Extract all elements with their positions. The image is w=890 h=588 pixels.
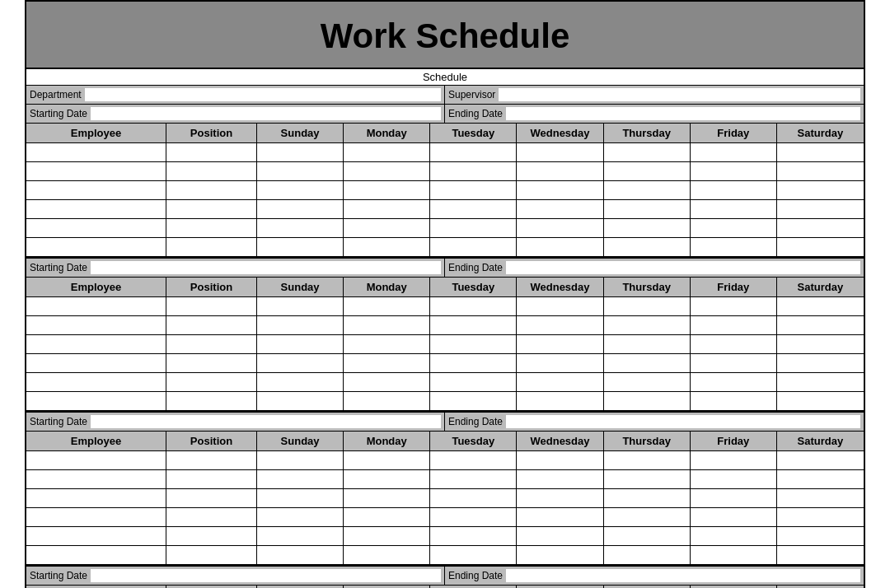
s1-col-employee: Employee bbox=[26, 124, 166, 142]
s2-col-thursday: Thursday bbox=[604, 278, 691, 296]
table-row bbox=[26, 200, 864, 219]
table-row bbox=[26, 451, 864, 470]
section-3: Starting Date Ending Date Employee Posit… bbox=[26, 413, 864, 567]
s1-col-thursday: Thursday bbox=[604, 124, 691, 142]
table-row bbox=[26, 297, 864, 316]
table-row bbox=[26, 508, 864, 527]
section2-starting: Starting Date bbox=[26, 259, 445, 277]
s3-col-thursday: Thursday bbox=[604, 432, 691, 450]
section4-starting-value[interactable] bbox=[91, 569, 441, 582]
table-row bbox=[26, 527, 864, 546]
section-2: Starting Date Ending Date Employee Posit… bbox=[26, 259, 864, 413]
dept-supervisor-row: Department Supervisor bbox=[26, 86, 864, 105]
s1-col-tuesday: Tuesday bbox=[430, 124, 517, 142]
table-row bbox=[26, 373, 864, 392]
section1-ending-value[interactable] bbox=[506, 107, 860, 120]
s2-col-sunday: Sunday bbox=[257, 278, 344, 296]
section1-starting: Starting Date bbox=[26, 105, 445, 123]
table-row bbox=[26, 392, 864, 411]
table-row bbox=[26, 162, 864, 181]
department-value[interactable] bbox=[85, 88, 441, 101]
section4-starting: Starting Date bbox=[26, 567, 445, 585]
s1-col-position: Position bbox=[166, 124, 257, 142]
s3-col-monday: Monday bbox=[344, 432, 430, 450]
department-cell: Department bbox=[26, 86, 445, 104]
supervisor-value[interactable] bbox=[499, 88, 860, 101]
s2-col-tuesday: Tuesday bbox=[430, 278, 517, 296]
s3-col-wednesday: Wednesday bbox=[517, 432, 603, 450]
schedule-label: Schedule bbox=[26, 69, 864, 86]
s2-col-employee: Employee bbox=[26, 278, 166, 296]
section4-ending-value[interactable] bbox=[506, 569, 860, 582]
section2-starting-value[interactable] bbox=[91, 261, 441, 274]
section1-ending: Ending Date bbox=[445, 105, 864, 123]
s3-col-tuesday: Tuesday bbox=[430, 432, 517, 450]
section1-header: Employee Position Sunday Monday Tuesday … bbox=[26, 124, 864, 143]
table-row bbox=[26, 546, 864, 565]
section1-starting-value[interactable] bbox=[91, 107, 441, 120]
s3-col-employee: Employee bbox=[26, 432, 166, 450]
s2-col-saturday: Saturday bbox=[777, 278, 864, 296]
section-4: Starting Date Ending Date Employee Posit… bbox=[26, 567, 864, 588]
section3-ending-value[interactable] bbox=[506, 415, 860, 428]
s1-col-saturday: Saturday bbox=[777, 124, 864, 142]
table-row bbox=[26, 238, 864, 257]
s3-col-sunday: Sunday bbox=[257, 432, 344, 450]
s2-col-wednesday: Wednesday bbox=[517, 278, 603, 296]
table-row bbox=[26, 219, 864, 238]
section3-header: Employee Position Sunday Monday Tuesday … bbox=[26, 432, 864, 451]
schedule-title: Work Schedule bbox=[26, 2, 864, 69]
section3-starting-value[interactable] bbox=[91, 415, 441, 428]
table-row bbox=[26, 335, 864, 354]
s2-col-position: Position bbox=[166, 278, 257, 296]
table-row bbox=[26, 470, 864, 489]
section3-starting: Starting Date bbox=[26, 413, 445, 431]
s1-col-wednesday: Wednesday bbox=[517, 124, 603, 142]
section3-ending: Ending Date bbox=[445, 413, 864, 431]
department-label: Department bbox=[30, 89, 82, 100]
section2-dates-row: Starting Date Ending Date bbox=[26, 259, 864, 278]
section3-dates-row: Starting Date Ending Date bbox=[26, 413, 864, 432]
supervisor-cell: Supervisor bbox=[445, 86, 864, 104]
s2-col-friday: Friday bbox=[691, 278, 777, 296]
section1-dates-row: Starting Date Ending Date bbox=[26, 105, 864, 124]
s1-col-monday: Monday bbox=[344, 124, 430, 142]
s3-col-friday: Friday bbox=[691, 432, 777, 450]
s3-col-position: Position bbox=[166, 432, 257, 450]
s3-col-saturday: Saturday bbox=[777, 432, 864, 450]
supervisor-label: Supervisor bbox=[448, 89, 495, 100]
schedule-container: Work Schedule Schedule Department Superv… bbox=[25, 0, 865, 588]
table-row bbox=[26, 489, 864, 508]
table-row bbox=[26, 181, 864, 200]
section4-dates-row: Starting Date Ending Date bbox=[26, 567, 864, 586]
table-row bbox=[26, 354, 864, 373]
section-1: Starting Date Ending Date Employee Posit… bbox=[26, 105, 864, 259]
table-row bbox=[26, 143, 864, 162]
section2-ending: Ending Date bbox=[445, 259, 864, 277]
s1-col-friday: Friday bbox=[691, 124, 777, 142]
s2-col-monday: Monday bbox=[344, 278, 430, 296]
section4-ending: Ending Date bbox=[445, 567, 864, 585]
section2-ending-value[interactable] bbox=[506, 261, 860, 274]
section2-header: Employee Position Sunday Monday Tuesday … bbox=[26, 278, 864, 297]
s1-col-sunday: Sunday bbox=[257, 124, 344, 142]
table-row bbox=[26, 316, 864, 335]
